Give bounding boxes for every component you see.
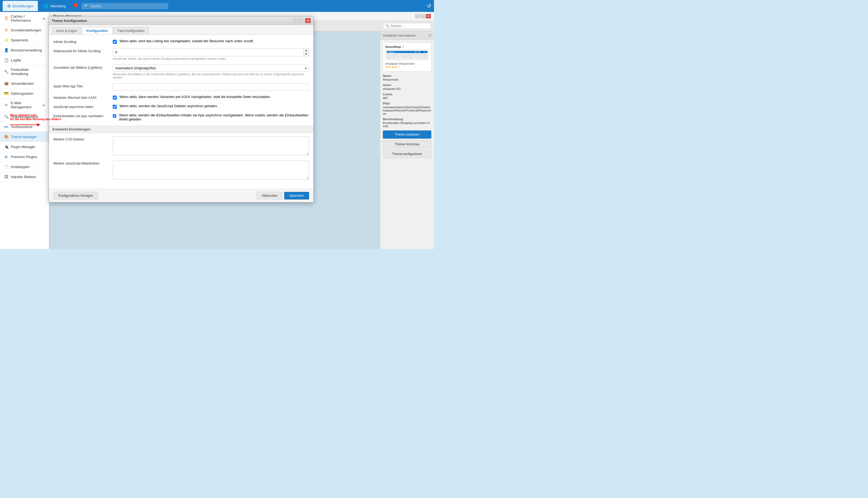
- cancel-button[interactable]: Abbrechen: [257, 192, 283, 199]
- theme-preview-name: DemoShop ✓: [385, 45, 429, 49]
- theme-mini-preview: ≡ Menü 🔍 ⊕ 👤 🛒: [385, 50, 429, 60]
- theme-configure-button[interactable]: Theme konfigurieren: [383, 150, 431, 158]
- spinner-up-button[interactable]: ▲: [303, 49, 309, 52]
- sidebar-item-systeminfo-label: Systeminfo: [11, 38, 28, 42]
- tab-einstellungen-label: Einstellungen: [12, 4, 33, 8]
- theme-preview-button[interactable]: Theme-Vorschau: [383, 140, 431, 148]
- zoom-factor-select-wrapper: Automatisch (Originalgröße): [113, 65, 309, 72]
- logfile-icon: 📋: [4, 58, 9, 63]
- js-async-checkbox[interactable]: [113, 105, 117, 109]
- pages-infinite-control: ▲ ▼ Anzahl der Seiten, die durch Infinit…: [113, 48, 309, 60]
- tab-konfiguration[interactable]: Konfiguration: [82, 27, 112, 34]
- theme-manager-icon: 🎨: [4, 134, 9, 139]
- pages-infinite-label: Seitenanzahl für Infinite Scrolling:: [53, 48, 113, 53]
- pages-spinners: ▲ ▼: [303, 49, 309, 56]
- sidebar-item-benutzerverwaltung[interactable]: 👤 Benutzerverwaltung: [0, 45, 49, 55]
- vorlagen-button[interactable]: Konfigurations-Vorlagen: [53, 192, 98, 199]
- detail-author-section: Autor: shopware AG: [383, 83, 431, 90]
- zoom-factor-select[interactable]: Automatisch (Originalgröße): [113, 65, 309, 72]
- variant-ajax-checkbox[interactable]: [113, 95, 117, 100]
- right-panel-expand-icon[interactable]: ⬡: [429, 34, 431, 37]
- minimize-button[interactable]: –: [415, 14, 420, 18]
- tab-farb-konfiguration[interactable]: Farb-Konfiguration: [113, 27, 149, 34]
- right-panel-content: DemoShop ✓ ≡ Menü 🔍 ⊕ 👤 🛒: [380, 40, 434, 249]
- tab-icons-logos[interactable]: Icons & Logos: [52, 27, 81, 34]
- sidebar-item-logfile[interactable]: 📋 Logfile: [0, 55, 49, 65]
- pages-infinite-hint: Anzahl der Seiten, die durch Infinite Sc…: [113, 57, 309, 60]
- detail-license-section: Lizenz: MIT: [383, 93, 431, 100]
- right-panel: Detaillierte Informationen ⬡ DemoShop ✓ …: [380, 31, 434, 249]
- sidebar-item-logfile-label: Logfile: [11, 58, 21, 62]
- modal-minimize-button[interactable]: –: [293, 18, 298, 23]
- sidebar-item-haendler-bildtool[interactable]: 🖼 Händler Bildtool: [0, 172, 49, 182]
- theme-search-input[interactable]: [391, 24, 428, 28]
- save-button[interactable]: Speichern: [284, 192, 309, 199]
- close-window-button[interactable]: ✕: [426, 14, 431, 18]
- search-input[interactable]: [90, 4, 165, 8]
- sidebar-item-benutzerverwaltung-label: Benutzerverwaltung: [11, 48, 42, 52]
- sidebar-item-caches[interactable]: 🗄 Caches / Performance ▶: [0, 12, 49, 25]
- pages-infinite-row: Seitenanzahl für Infinite Scrolling: ▲ ▼…: [53, 48, 309, 60]
- freitextfeld-icon: 🔧: [4, 69, 9, 74]
- variant-ajax-hint: Wenn aktiv, dann werden Varianten per AJ…: [120, 95, 271, 99]
- pages-infinite-input[interactable]: [113, 49, 303, 55]
- theme-preview-box: DemoShop ✓ ≡ Menü 🔍 ⊕ 👤 🛒: [383, 42, 431, 71]
- js-async-label: JavaScript asynchron laden:: [53, 104, 113, 109]
- sidebar-item-plugin-manager-label: Plugin Manager: [11, 145, 36, 149]
- css-files-textarea[interactable]: [113, 136, 309, 155]
- js-libs-textarea[interactable]: [113, 160, 309, 180]
- infinite-scrolling-checkbox[interactable]: [113, 40, 117, 44]
- detail-path-value: /var/www/clients/client1/web3/web/shopwa…: [383, 106, 431, 115]
- tab-einstellungen[interactable]: ⚙ Einstellungen: [3, 1, 38, 11]
- css-files-row: Weitere CSS-Dateien:: [53, 136, 309, 156]
- modal-body: Infinite Scrolling: Wenn aktiv, wird das…: [49, 35, 313, 189]
- sidebar-item-freitextfeld[interactable]: 🔧 Freitextfeld-Verwaltung: [0, 65, 49, 78]
- theme-config-modal: Theme Konfiguration – □ ✕ Icons & Logos …: [49, 16, 314, 202]
- annotation-text: Muss aktiviert sein für die korrekte Nut…: [10, 113, 61, 128]
- spinner-down-button[interactable]: ▼: [303, 52, 309, 56]
- apple-title-input[interactable]: [113, 83, 309, 90]
- infinite-scrolling-control: Wenn aktiv, wird das Listing live nachge…: [113, 39, 309, 44]
- theme-search-icon: 🔍: [385, 24, 389, 28]
- help-button[interactable]: ? 1: [71, 2, 78, 10]
- haendler-bildtool-icon: 🖼: [4, 174, 9, 179]
- sidebar-item-premium-plugins[interactable]: G Premium Plugins: [0, 152, 49, 162]
- sidebar-item-plugin-manager[interactable]: 🔌 Plugin Manager: [0, 142, 49, 152]
- infinite-scrolling-label: Infinite Scrolling:: [53, 39, 113, 44]
- zahlungsarten-icon: 💳: [4, 91, 9, 96]
- sidebar-item-versandkosten-label: Versandkosten: [11, 81, 34, 86]
- modal-footer: Konfigurations-Vorlagen Abbrechen Speich…: [49, 189, 313, 202]
- variant-ajax-row: Varianten Wechsel über AJAX: Wenn aktiv,…: [53, 95, 309, 100]
- erweiterte-section-wrapper: Erweiterte Einstellungen: [49, 126, 313, 133]
- infinite-scrolling-hint: Wenn aktiv, wird das Listing live nachge…: [120, 39, 254, 43]
- pages-infinite-spinner[interactable]: ▲ ▼: [113, 48, 309, 56]
- top-search[interactable]: 🔍: [82, 3, 168, 9]
- modal-close-button[interactable]: ✕: [305, 18, 311, 23]
- ajax-shopping-hint: Wenn aktiv, werden die Einkaufswelten-In…: [119, 113, 309, 121]
- theme-action-buttons: Theme zuweisen Theme-Vorschau Theme konf…: [383, 130, 431, 158]
- theme-search-box[interactable]: 🔍: [383, 23, 431, 29]
- sidebar-item-grundeinstellungen-label: Grundeinstellungen: [11, 28, 41, 32]
- ajax-shopping-label: Einkaufswelten via Ajax nachladen:: [53, 113, 113, 118]
- js-async-row: JavaScript asynchron laden: Wenn aktiv, …: [53, 104, 309, 109]
- tab-marketing[interactable]: 🌐 Marketing: [39, 1, 70, 11]
- modal-controls: – □ ✕: [293, 18, 311, 23]
- refresh-icon[interactable]: ↺: [427, 3, 431, 9]
- modal-header: Theme Konfiguration – □ ✕: [49, 16, 313, 25]
- theme-assign-button[interactable]: Theme zuweisen: [383, 130, 431, 139]
- sidebar-item-grundeinstellungen[interactable]: ⚙ Grundeinstellungen: [0, 25, 49, 35]
- maximize-button[interactable]: □: [420, 14, 425, 18]
- sidebar-item-email[interactable]: ✉ E-Mail-Management ▶: [0, 99, 49, 112]
- modal-maximize-button[interactable]: □: [299, 18, 304, 23]
- sidebar-item-theme-manager[interactable]: 🎨 Theme Manager: [0, 132, 49, 142]
- zoom-factor-hint: Maximaler Zoomfaktor in der Fullscreen-B…: [113, 73, 309, 79]
- theme-responsive-sub: shopware Responsive: [385, 62, 429, 65]
- sidebar-item-versandkosten[interactable]: 📦 Versandkosten: [0, 78, 49, 89]
- sidebar-item-systeminfo[interactable]: ⚡ Systeminfo: [0, 35, 49, 45]
- ajax-shopping-checkbox[interactable]: [113, 114, 116, 118]
- notification-badge: 1: [73, 3, 78, 7]
- sidebar-item-zahlungsarten[interactable]: 💳 Zahlungsarten: [0, 89, 49, 99]
- sidebar-item-inhaltstypen[interactable]: 📄 Inhaltstypen: [0, 162, 49, 172]
- right-panel-header: Detaillierte Informationen ⬡: [380, 31, 434, 40]
- detail-name-label: Name:: [383, 74, 431, 77]
